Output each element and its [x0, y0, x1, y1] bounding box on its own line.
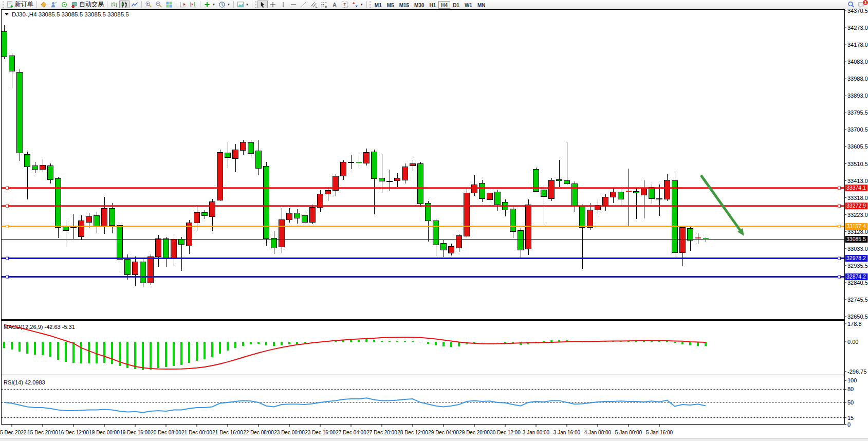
templates-caret-icon: ▼	[246, 3, 249, 6]
line-chart-icon	[131, 1, 138, 8]
zoom-out-button[interactable]	[154, 1, 164, 8]
level-handle[interactable]	[838, 205, 841, 207]
svg-text:27 Dec 20:00: 27 Dec 20:00	[366, 430, 397, 435]
trendline-button[interactable]	[299, 1, 309, 8]
line-chart-button[interactable]	[130, 1, 140, 8]
timeframe-w1-button[interactable]: W1	[462, 1, 475, 9]
indicators-button[interactable]: ▼	[202, 1, 217, 8]
arrows-button[interactable]: ▼	[350, 1, 365, 8]
equidistant-channel-button[interactable]: E	[309, 1, 319, 8]
toolbar-grip[interactable]	[3, 1, 4, 8]
notifications-button[interactable]: 1	[856, 1, 866, 8]
timeframe-d1-button[interactable]: D1	[450, 1, 462, 9]
rsi-label: RSI(14) 42.0983	[4, 379, 45, 385]
chart-canvas[interactable]: 34370.534273.034178.034083.033988.033893…	[0, 0, 868, 441]
svg-text:32978.2: 32978.2	[846, 255, 866, 261]
toolbar-separator	[252, 1, 252, 8]
svg-text:33413.0: 33413.0	[847, 178, 868, 184]
svg-text:33374.1: 33374.1	[846, 185, 866, 191]
trendline-icon	[300, 1, 307, 8]
level-handle[interactable]	[838, 257, 841, 260]
svg-text:29 Dec 04:00: 29 Dec 04:00	[428, 430, 459, 435]
cursor-button[interactable]	[257, 1, 268, 8]
zoom-in-icon	[145, 1, 152, 8]
timeframe-m1-button[interactable]: M1	[372, 1, 384, 9]
chart-shift-icon	[190, 1, 197, 8]
svg-text:19 Dec 00:00: 19 Dec 00:00	[89, 430, 120, 435]
level-handle[interactable]	[838, 225, 841, 228]
templates-button[interactable]: ▼	[235, 1, 250, 8]
autotrade-button[interactable]: 自动交易	[69, 1, 105, 8]
fibonacci-button[interactable]: F	[319, 1, 329, 8]
timeframe-h4-button[interactable]: H4	[438, 1, 450, 9]
svg-text:34273.0: 34273.0	[847, 25, 868, 31]
svg-text:3 Jan 16:00: 3 Jan 16:00	[553, 430, 581, 435]
market-watch-icon	[50, 1, 58, 8]
level-handle[interactable]	[6, 257, 9, 260]
svg-text:100: 100	[847, 377, 857, 383]
market-watch-button[interactable]	[49, 1, 59, 8]
notification-badge: 1	[863, 0, 868, 5]
text-button[interactable]: A	[329, 1, 340, 8]
toolbar-grip[interactable]	[255, 1, 256, 8]
svg-text:33272.9: 33272.9	[846, 203, 866, 209]
arrows-caret-icon: ▼	[360, 3, 363, 6]
timeframe-m5-button[interactable]: M5	[384, 1, 397, 9]
timeframe-m15-button[interactable]: M15	[397, 1, 412, 9]
level-handle[interactable]	[6, 275, 9, 278]
candlestick-chart-icon	[121, 1, 128, 8]
svg-text:34178.0: 34178.0	[847, 42, 868, 48]
svg-text:29 Dec 20:00: 29 Dec 20:00	[459, 430, 490, 435]
tile-windows-icon	[165, 1, 173, 8]
bar-chart-icon	[110, 1, 118, 8]
cursor-icon	[259, 1, 266, 8]
bar-chart-button[interactable]	[109, 1, 119, 8]
search-button[interactable]	[846, 1, 856, 8]
main-toolbar: 新订单 自动交易	[0, 0, 868, 9]
vertical-line-button[interactable]	[278, 1, 288, 8]
indicators-icon	[204, 1, 211, 8]
level-handle[interactable]	[838, 187, 841, 189]
tile-windows-button[interactable]	[164, 1, 174, 8]
toolbar-grip[interactable]	[370, 1, 371, 8]
periods-button[interactable]: ▼	[217, 1, 232, 8]
level-handle[interactable]	[6, 225, 9, 228]
svg-text:3 Jan 00:00: 3 Jan 00:00	[523, 430, 550, 435]
profiles-button[interactable]	[39, 1, 49, 8]
equidistant-channel-icon: E	[310, 1, 318, 8]
level-handle[interactable]	[838, 275, 841, 278]
trading-platform-window: { "toolbar": { "new_order_label": "新订单",…	[0, 0, 868, 441]
text-label-button[interactable]: T	[340, 1, 350, 8]
candlestick-chart-button[interactable]	[119, 1, 130, 8]
svg-text:50: 50	[847, 399, 854, 406]
svg-text:4 Jan 08:00: 4 Jan 08:00	[584, 430, 612, 435]
crosshair-button[interactable]	[268, 1, 278, 8]
auto-scroll-icon	[179, 1, 187, 8]
indicators-caret-icon: ▼	[212, 3, 215, 6]
level-handle[interactable]	[6, 205, 9, 207]
zoom-in-button[interactable]	[143, 1, 154, 8]
timeframe-mn-button[interactable]: MN	[475, 1, 488, 9]
svg-text:20 Dec 08:00: 20 Dec 08:00	[151, 430, 181, 435]
new-order-button[interactable]: 新订单	[5, 1, 35, 8]
chart-shift-button[interactable]	[188, 1, 198, 8]
svg-text:-296.75: -296.75	[847, 369, 866, 375]
chart-title[interactable]: DJ30-,H4 33085.5 33085.5 33085.5 33085.5	[5, 11, 129, 17]
svg-text:A: A	[333, 2, 337, 7]
svg-text:32935.5: 32935.5	[847, 263, 868, 269]
svg-text:34083.0: 34083.0	[847, 59, 868, 65]
profiles-icon	[40, 1, 47, 8]
timeframe-h1-button[interactable]: H1	[427, 1, 439, 9]
svg-text:32840.5: 32840.5	[847, 280, 868, 286]
timeframe-group: M1M5M15M30H1H4D1W1MN	[372, 0, 488, 9]
horizontal-line-button[interactable]	[288, 1, 299, 8]
periods-caret-icon: ▼	[227, 3, 230, 6]
svg-text:5 Jan 16:00: 5 Jan 16:00	[646, 430, 673, 435]
data-window-button[interactable]	[59, 1, 69, 8]
arrows-icon	[352, 1, 359, 8]
timeframe-m30-button[interactable]: M30	[412, 1, 427, 9]
auto-scroll-button[interactable]	[178, 1, 188, 8]
templates-icon	[237, 1, 244, 8]
svg-text:33605.5: 33605.5	[847, 143, 868, 150]
level-handle[interactable]	[6, 187, 9, 189]
